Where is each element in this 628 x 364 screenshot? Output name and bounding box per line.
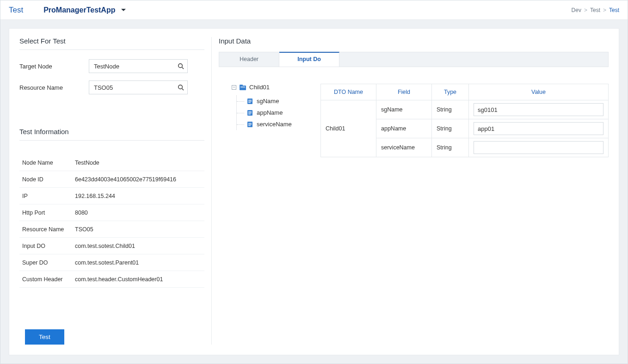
- info-label: IP: [19, 193, 75, 199]
- tree-collapse-icon[interactable]: −: [232, 85, 236, 90]
- svg-rect-5: [240, 85, 243, 86]
- breadcrumb-level2[interactable]: Test: [590, 7, 600, 13]
- target-node-input[interactable]: [89, 59, 188, 73]
- info-value: TestNode: [75, 160, 204, 166]
- svg-rect-10: [248, 102, 251, 103]
- svg-point-2: [179, 85, 183, 89]
- tree-leaf-label: serviceName: [257, 121, 292, 128]
- tree-leaf-label: sgName: [257, 98, 279, 105]
- svg-rect-16: [248, 123, 252, 123]
- info-label: Resource Name: [19, 226, 75, 233]
- info-row-node-name: Node Name TestNode: [19, 154, 204, 171]
- svg-point-0: [179, 64, 183, 68]
- table-row: Child01 sgName String: [321, 100, 609, 119]
- tree-leaf-label: appName: [257, 109, 283, 116]
- cell-dto-name: Child01: [321, 100, 376, 157]
- info-label: Http Port: [19, 210, 75, 216]
- tabs: Header Input Do: [219, 52, 609, 67]
- cell-field: serviceName: [376, 138, 432, 157]
- cell-type: String: [432, 138, 469, 157]
- svg-line-3: [182, 89, 184, 91]
- info-value: com.test.sotest.Child01: [75, 243, 204, 249]
- tree-leaf[interactable]: sgName: [237, 95, 311, 107]
- svg-rect-13: [248, 112, 252, 113]
- info-value: com.test.header.CustomHeader01: [75, 276, 204, 283]
- cell-type: String: [432, 100, 469, 119]
- info-label: Super DO: [19, 259, 75, 266]
- document-icon: [247, 110, 253, 116]
- tree-leaf[interactable]: appName: [237, 107, 311, 118]
- breadcrumb-level3: Test: [609, 7, 619, 13]
- page-title: Test: [9, 6, 23, 15]
- info-row-resource-name: Resource Name TSO05: [19, 221, 204, 238]
- cell-field: appName: [376, 119, 432, 138]
- info-row-node-id: Node ID 6e423dd4003e41065002e77519f69416: [19, 171, 204, 188]
- select-for-test-title: Select For Test: [19, 37, 204, 50]
- resource-name-label: Resource Name: [19, 84, 89, 91]
- svg-rect-12: [248, 111, 252, 112]
- tree-root-label: Child01: [249, 84, 270, 91]
- info-value: 8080: [75, 210, 204, 216]
- svg-line-1: [182, 68, 184, 69]
- info-row-ip: IP 192.168.15.244: [19, 188, 204, 204]
- topbar: Test ProManagerTestApp Dev > Test > Test: [0, 0, 628, 20]
- info-row-input-do: Input DO com.test.sotest.Child01: [19, 238, 204, 254]
- document-icon: [247, 98, 253, 105]
- target-node-label: Target Node: [19, 63, 89, 70]
- value-input[interactable]: [474, 141, 603, 154]
- col-dto-name: DTO Name: [321, 84, 376, 100]
- tree-leaf[interactable]: serviceName: [237, 118, 311, 130]
- tab-input-do[interactable]: Input Do: [279, 52, 339, 67]
- info-row-custom-header: Custom Header com.test.header.CustomHead…: [19, 271, 204, 288]
- breadcrumb-sep-icon: >: [603, 7, 606, 13]
- document-icon: [247, 121, 253, 128]
- col-type: Type: [432, 84, 469, 100]
- cell-type: String: [432, 119, 469, 138]
- tab-header[interactable]: Header: [219, 52, 279, 67]
- search-icon[interactable]: [178, 84, 184, 91]
- input-data-title: Input Data: [219, 37, 609, 49]
- info-value: com.test.sotest.Parent01: [75, 259, 204, 266]
- cell-field: sgName: [376, 100, 432, 119]
- col-value: Value: [469, 84, 609, 100]
- test-button[interactable]: Test: [25, 329, 64, 345]
- app-name: ProManagerTestApp: [43, 6, 115, 14]
- caret-down-icon: [121, 8, 126, 12]
- breadcrumb: Dev > Test > Test: [572, 7, 619, 13]
- col-field: Field: [376, 84, 432, 100]
- info-label: Node Name: [19, 160, 75, 166]
- dto-table: DTO Name Field Type Value Child01 sgName…: [320, 84, 609, 157]
- svg-rect-14: [248, 114, 251, 114]
- app-selector[interactable]: ProManagerTestApp: [43, 6, 126, 14]
- info-value: 6e423dd4003e41065002e77519f69416: [75, 176, 204, 183]
- info-value: TSO05: [75, 226, 204, 233]
- info-value: 192.168.15.244: [75, 193, 204, 199]
- svg-rect-18: [248, 125, 251, 126]
- value-input[interactable]: [474, 122, 603, 135]
- svg-rect-6: [240, 86, 245, 87]
- value-input[interactable]: [474, 103, 603, 116]
- info-row-super-do: Super DO com.test.sotest.Parent01: [19, 254, 204, 271]
- svg-rect-8: [248, 100, 252, 100]
- info-label: Input DO: [19, 243, 75, 249]
- info-label: Custom Header: [19, 276, 75, 283]
- folder-icon: [239, 84, 246, 91]
- breadcrumb-level1[interactable]: Dev: [572, 7, 581, 13]
- resource-name-input[interactable]: [89, 80, 188, 94]
- test-information-title: Test Information: [19, 128, 204, 141]
- search-icon[interactable]: [178, 63, 184, 69]
- breadcrumb-sep-icon: >: [584, 7, 587, 13]
- info-row-http-port: Http Port 8080: [19, 204, 204, 221]
- info-label: Node ID: [19, 176, 75, 183]
- dto-tree: − Child01 sgName: [219, 84, 311, 157]
- tree-root[interactable]: − Child01: [232, 84, 311, 91]
- svg-rect-9: [248, 101, 252, 101]
- svg-rect-17: [248, 124, 252, 124]
